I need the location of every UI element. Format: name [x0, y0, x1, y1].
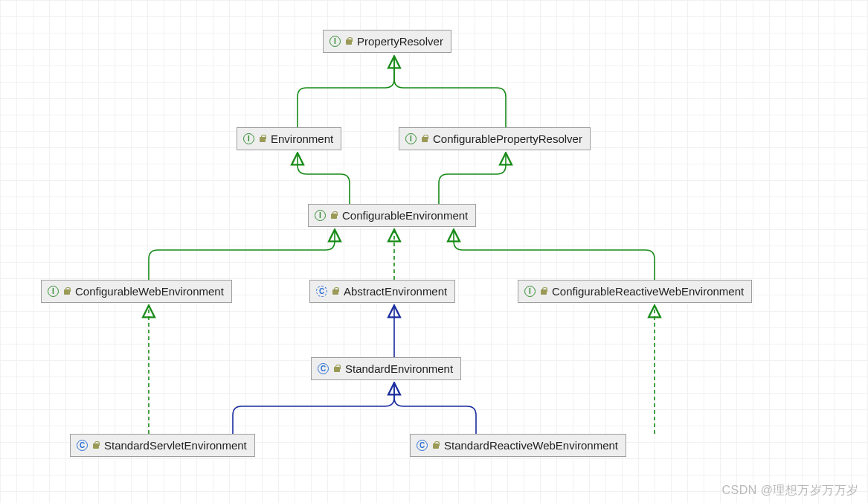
lock-icon: [332, 287, 339, 295]
node-label: PropertyResolver: [357, 35, 443, 48]
node-configurable-property-resolver[interactable]: I ConfigurablePropertyResolver: [399, 127, 591, 150]
node-label: ConfigurableWebEnvironment: [75, 285, 224, 298]
class-icon: C: [77, 440, 88, 451]
watermark: CSDN @理想万岁万万岁: [721, 483, 859, 499]
node-label: ConfigurableEnvironment: [342, 209, 468, 222]
interface-icon: I: [315, 210, 326, 221]
lock-icon: [345, 37, 353, 45]
node-environment[interactable]: I Environment: [237, 127, 341, 150]
node-configurable-reactive-web-environment[interactable]: I ConfigurableReactiveWebEnvironment: [518, 280, 752, 303]
interface-icon: I: [405, 133, 417, 144]
interface-icon: I: [243, 133, 254, 144]
class-abstract-icon: C: [316, 286, 327, 297]
lock-icon: [92, 441, 100, 449]
node-label: Environment: [271, 132, 333, 145]
class-icon: C: [417, 440, 428, 451]
node-configurable-environment[interactable]: I ConfigurableEnvironment: [308, 204, 476, 227]
edges-layer: [0, 0, 868, 503]
node-standard-reactive-web-environment[interactable]: C StandardReactiveWebEnvironment: [410, 434, 626, 457]
interface-icon: I: [524, 286, 536, 297]
lock-icon: [421, 135, 428, 143]
lock-icon: [540, 287, 547, 295]
node-label: ConfigurableReactiveWebEnvironment: [552, 285, 744, 298]
node-label: ConfigurablePropertyResolver: [433, 132, 582, 145]
lock-icon: [330, 211, 338, 220]
node-standard-environment[interactable]: C StandardEnvironment: [311, 357, 461, 380]
node-property-resolver[interactable]: I PropertyResolver: [323, 30, 451, 53]
node-abstract-environment[interactable]: C AbstractEnvironment: [309, 280, 455, 303]
diagram-canvas: I PropertyResolver I Environment I Confi…: [0, 0, 868, 503]
lock-icon: [333, 365, 341, 373]
node-label: AbstractEnvironment: [344, 285, 447, 298]
node-label: StandardReactiveWebEnvironment: [444, 439, 618, 452]
lock-icon: [259, 135, 266, 143]
node-configurable-web-environment[interactable]: I ConfigurableWebEnvironment: [41, 280, 232, 303]
node-standard-servlet-environment[interactable]: C StandardServletEnvironment: [70, 434, 255, 457]
node-label: StandardServletEnvironment: [104, 439, 247, 452]
interface-icon: I: [329, 36, 341, 47]
lock-icon: [63, 287, 71, 295]
class-icon: C: [318, 363, 329, 374]
lock-icon: [432, 441, 440, 449]
interface-icon: I: [48, 286, 59, 297]
node-label: StandardEnvironment: [345, 362, 453, 375]
